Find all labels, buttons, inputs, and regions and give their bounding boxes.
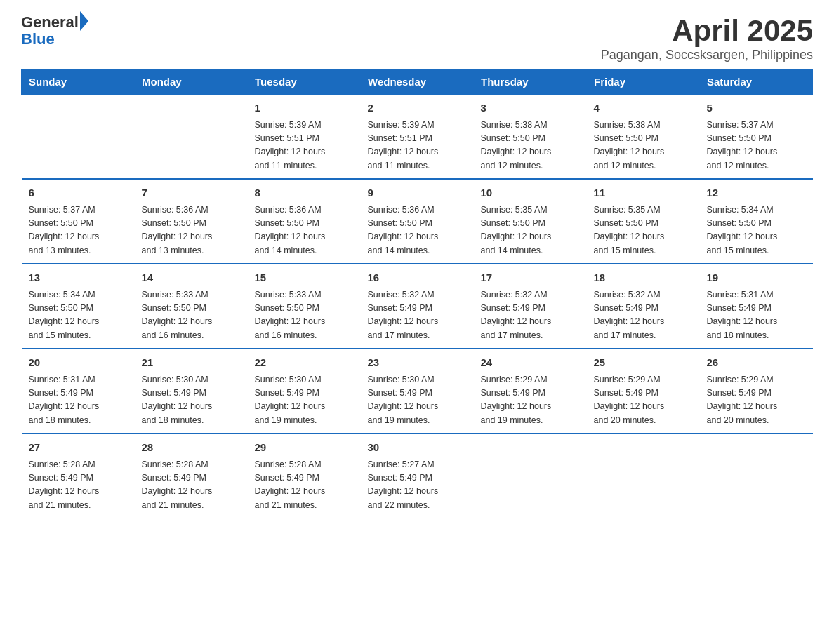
day-cell-4: 4Sunrise: 5:38 AM Sunset: 5:50 PM Daylig… <box>587 94 700 179</box>
day-number: 6 <box>29 185 128 201</box>
day-info: Sunrise: 5:30 AM Sunset: 5:49 PM Dayligh… <box>142 373 241 428</box>
day-info: Sunrise: 5:32 AM Sunset: 5:49 PM Dayligh… <box>481 288 580 343</box>
day-cell-18: 18Sunrise: 5:32 AM Sunset: 5:49 PM Dayli… <box>587 264 700 349</box>
day-number: 29 <box>255 440 354 456</box>
day-info: Sunrise: 5:32 AM Sunset: 5:49 PM Dayligh… <box>594 288 693 343</box>
day-info: Sunrise: 5:32 AM Sunset: 5:49 PM Dayligh… <box>368 288 467 343</box>
header-cell-monday: Monday <box>135 70 248 95</box>
header-cell-saturday: Saturday <box>700 70 813 95</box>
day-info: Sunrise: 5:38 AM Sunset: 5:50 PM Dayligh… <box>594 119 693 173</box>
day-number: 25 <box>594 355 693 371</box>
day-number: 19 <box>707 270 806 286</box>
day-info: Sunrise: 5:36 AM Sunset: 5:50 PM Dayligh… <box>142 203 241 258</box>
empty-cell <box>135 94 248 179</box>
day-info: Sunrise: 5:39 AM Sunset: 5:51 PM Dayligh… <box>255 119 354 173</box>
day-cell-28: 28Sunrise: 5:28 AM Sunset: 5:49 PM Dayli… <box>135 434 248 518</box>
calendar-header: SundayMondayTuesdayWednesdayThursdayFrid… <box>22 70 813 95</box>
day-cell-13: 13Sunrise: 5:34 AM Sunset: 5:50 PM Dayli… <box>22 264 135 349</box>
header-cell-wednesday: Wednesday <box>361 70 474 95</box>
day-cell-11: 11Sunrise: 5:35 AM Sunset: 5:50 PM Dayli… <box>587 179 700 264</box>
day-info: Sunrise: 5:35 AM Sunset: 5:50 PM Dayligh… <box>594 203 693 258</box>
day-info: Sunrise: 5:30 AM Sunset: 5:49 PM Dayligh… <box>368 373 467 428</box>
day-cell-19: 19Sunrise: 5:31 AM Sunset: 5:49 PM Dayli… <box>700 264 813 349</box>
header-row: SundayMondayTuesdayWednesdayThursdayFrid… <box>22 70 813 95</box>
empty-cell <box>474 434 587 518</box>
day-info: Sunrise: 5:37 AM Sunset: 5:50 PM Dayligh… <box>29 203 128 258</box>
day-number: 20 <box>29 355 128 371</box>
day-number: 18 <box>594 270 693 286</box>
day-info: Sunrise: 5:28 AM Sunset: 5:49 PM Dayligh… <box>142 458 241 513</box>
location-subtitle: Pagangan, Soccsksargen, Philippines <box>601 48 813 62</box>
empty-cell <box>22 94 135 179</box>
week-row-4: 20Sunrise: 5:31 AM Sunset: 5:49 PM Dayli… <box>22 349 813 434</box>
day-number: 14 <box>142 270 241 286</box>
day-cell-15: 15Sunrise: 5:33 AM Sunset: 5:50 PM Dayli… <box>248 264 361 349</box>
day-cell-22: 22Sunrise: 5:30 AM Sunset: 5:49 PM Dayli… <box>248 349 361 434</box>
day-info: Sunrise: 5:39 AM Sunset: 5:51 PM Dayligh… <box>368 119 467 173</box>
day-info: Sunrise: 5:33 AM Sunset: 5:50 PM Dayligh… <box>255 288 354 343</box>
day-cell-2: 2Sunrise: 5:39 AM Sunset: 5:51 PM Daylig… <box>361 94 474 179</box>
day-number: 16 <box>368 270 467 286</box>
day-cell-5: 5Sunrise: 5:37 AM Sunset: 5:50 PM Daylig… <box>700 94 813 179</box>
day-cell-23: 23Sunrise: 5:30 AM Sunset: 5:49 PM Dayli… <box>361 349 474 434</box>
day-cell-26: 26Sunrise: 5:29 AM Sunset: 5:49 PM Dayli… <box>700 349 813 434</box>
page-header: General Blue April 2025 Pagangan, Soccsk… <box>21 14 813 62</box>
day-number: 23 <box>368 355 467 371</box>
header-cell-thursday: Thursday <box>474 70 587 95</box>
day-info: Sunrise: 5:34 AM Sunset: 5:50 PM Dayligh… <box>29 288 128 343</box>
empty-cell <box>587 434 700 518</box>
day-info: Sunrise: 5:28 AM Sunset: 5:49 PM Dayligh… <box>29 458 128 513</box>
day-cell-25: 25Sunrise: 5:29 AM Sunset: 5:49 PM Dayli… <box>587 349 700 434</box>
day-cell-17: 17Sunrise: 5:32 AM Sunset: 5:49 PM Dayli… <box>474 264 587 349</box>
day-number: 5 <box>707 100 806 116</box>
day-cell-3: 3Sunrise: 5:38 AM Sunset: 5:50 PM Daylig… <box>474 94 587 179</box>
day-info: Sunrise: 5:29 AM Sunset: 5:49 PM Dayligh… <box>481 373 580 428</box>
empty-cell <box>700 434 813 518</box>
day-number: 27 <box>29 440 128 456</box>
day-info: Sunrise: 5:28 AM Sunset: 5:49 PM Dayligh… <box>255 458 354 513</box>
week-row-1: 1Sunrise: 5:39 AM Sunset: 5:51 PM Daylig… <box>22 94 813 179</box>
day-number: 26 <box>707 355 806 371</box>
header-cell-sunday: Sunday <box>22 70 135 95</box>
logo: General Blue <box>21 14 88 48</box>
day-number: 10 <box>481 185 580 201</box>
day-cell-24: 24Sunrise: 5:29 AM Sunset: 5:49 PM Dayli… <box>474 349 587 434</box>
day-cell-6: 6Sunrise: 5:37 AM Sunset: 5:50 PM Daylig… <box>22 179 135 264</box>
day-info: Sunrise: 5:35 AM Sunset: 5:50 PM Dayligh… <box>481 203 580 258</box>
month-year-title: April 2025 <box>601 14 813 48</box>
week-row-3: 13Sunrise: 5:34 AM Sunset: 5:50 PM Dayli… <box>22 264 813 349</box>
header-cell-tuesday: Tuesday <box>248 70 361 95</box>
day-info: Sunrise: 5:29 AM Sunset: 5:49 PM Dayligh… <box>707 373 806 428</box>
day-info: Sunrise: 5:36 AM Sunset: 5:50 PM Dayligh… <box>255 203 354 258</box>
day-number: 21 <box>142 355 241 371</box>
day-cell-8: 8Sunrise: 5:36 AM Sunset: 5:50 PM Daylig… <box>248 179 361 264</box>
title-section: April 2025 Pagangan, Soccsksargen, Phili… <box>601 14 813 62</box>
day-cell-7: 7Sunrise: 5:36 AM Sunset: 5:50 PM Daylig… <box>135 179 248 264</box>
day-info: Sunrise: 5:36 AM Sunset: 5:50 PM Dayligh… <box>368 203 467 258</box>
day-cell-30: 30Sunrise: 5:27 AM Sunset: 5:49 PM Dayli… <box>361 434 474 518</box>
day-number: 22 <box>255 355 354 371</box>
day-number: 13 <box>29 270 128 286</box>
day-number: 4 <box>594 100 693 116</box>
day-number: 24 <box>481 355 580 371</box>
day-number: 17 <box>481 270 580 286</box>
day-info: Sunrise: 5:29 AM Sunset: 5:49 PM Dayligh… <box>594 373 693 428</box>
day-cell-16: 16Sunrise: 5:32 AM Sunset: 5:49 PM Dayli… <box>361 264 474 349</box>
day-number: 28 <box>142 440 241 456</box>
logo-general-text: General <box>21 14 79 31</box>
day-info: Sunrise: 5:30 AM Sunset: 5:49 PM Dayligh… <box>255 373 354 428</box>
day-cell-20: 20Sunrise: 5:31 AM Sunset: 5:49 PM Dayli… <box>22 349 135 434</box>
day-cell-21: 21Sunrise: 5:30 AM Sunset: 5:49 PM Dayli… <box>135 349 248 434</box>
day-info: Sunrise: 5:34 AM Sunset: 5:50 PM Dayligh… <box>707 203 806 258</box>
day-number: 12 <box>707 185 806 201</box>
day-number: 7 <box>142 185 241 201</box>
day-info: Sunrise: 5:38 AM Sunset: 5:50 PM Dayligh… <box>481 119 580 173</box>
day-cell-27: 27Sunrise: 5:28 AM Sunset: 5:49 PM Dayli… <box>22 434 135 518</box>
day-number: 15 <box>255 270 354 286</box>
header-cell-friday: Friday <box>587 70 700 95</box>
logo-triangle-icon <box>80 11 88 31</box>
day-cell-12: 12Sunrise: 5:34 AM Sunset: 5:50 PM Dayli… <box>700 179 813 264</box>
day-cell-1: 1Sunrise: 5:39 AM Sunset: 5:51 PM Daylig… <box>248 94 361 179</box>
day-cell-10: 10Sunrise: 5:35 AM Sunset: 5:50 PM Dayli… <box>474 179 587 264</box>
day-info: Sunrise: 5:31 AM Sunset: 5:49 PM Dayligh… <box>29 373 128 428</box>
